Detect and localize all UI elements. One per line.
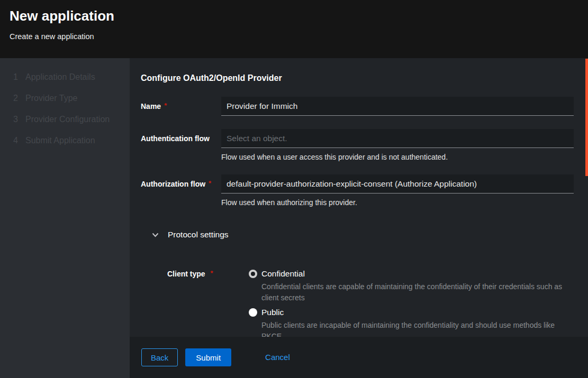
step-label: Provider Type: [25, 94, 77, 103]
authentication-flow-label: Authentication flow: [141, 129, 221, 148]
authorization-flow-label: Authorization flow *: [141, 174, 221, 193]
form-row-name: Name *: [141, 97, 574, 116]
scrollbar-thumb[interactable]: [585, 59, 588, 176]
chevron-down-icon: [152, 233, 159, 237]
radio-unchecked-icon[interactable]: [249, 308, 257, 317]
wizard-step-provider-type[interactable]: 2 Provider Type: [0, 88, 130, 109]
required-asterisk: *: [209, 179, 211, 187]
form-heading: Configure OAuth2/OpenId Provider: [141, 73, 574, 83]
step-label: Submit Application: [25, 136, 95, 145]
wizard-step-application-details[interactable]: 1 Application Details: [0, 67, 130, 88]
wizard-footer: Back Submit Cancel: [130, 337, 588, 378]
name-input[interactable]: [221, 97, 574, 116]
form-row-client-type: Client type * Confidential Confidential …: [141, 269, 574, 337]
radio-checked-icon[interactable]: [249, 270, 257, 278]
form-row-authorization-flow: Authorization flow * Flow used when auth…: [141, 174, 574, 207]
page-header: New application Create a new application: [0, 0, 588, 58]
protocol-settings-label: Protocol settings: [168, 230, 229, 239]
radio-option-public[interactable]: Public: [249, 308, 574, 317]
step-number: 1: [13, 72, 25, 82]
cancel-link[interactable]: Cancel: [265, 348, 290, 366]
client-type-label: Client type *: [167, 269, 249, 337]
public-description: Public clients are incapable of maintain…: [261, 320, 574, 337]
wizard-main: Configure OAuth2/OpenId Provider Name * …: [130, 58, 588, 378]
name-label: Name *: [141, 97, 221, 116]
required-asterisk: *: [210, 269, 213, 277]
step-number: 2: [13, 94, 25, 103]
page-subtitle: Create a new application: [10, 32, 578, 41]
back-button[interactable]: Back: [141, 348, 178, 366]
wizard-content: Configure OAuth2/OpenId Provider Name * …: [130, 58, 588, 337]
form-row-authentication-flow: Authentication flow Flow used when a use…: [141, 129, 574, 161]
confidential-description: Confidential clients are capable of main…: [261, 281, 574, 303]
authentication-flow-help: Flow used when a user access this provid…: [221, 153, 574, 161]
protocol-settings-toggle[interactable]: Protocol settings: [141, 230, 574, 239]
step-number: 4: [13, 136, 25, 145]
radio-option-confidential[interactable]: Confidential: [249, 269, 574, 279]
step-number: 3: [13, 115, 25, 124]
authorization-flow-select[interactable]: [221, 174, 574, 193]
authentication-flow-select[interactable]: [221, 129, 574, 148]
page-title: New application: [10, 8, 578, 24]
wizard-step-submit-application[interactable]: 4 Submit Application: [0, 130, 130, 151]
wizard-nav: 1 Application Details 2 Provider Type 3 …: [0, 58, 130, 378]
authorization-flow-help: Flow used when authorizing this provider…: [221, 198, 574, 207]
step-label: Provider Configuration: [25, 115, 110, 124]
required-asterisk: *: [164, 102, 167, 109]
step-label: Application Details: [25, 72, 95, 82]
submit-button[interactable]: Submit: [185, 348, 231, 366]
wizard-step-provider-configuration[interactable]: 3 Provider Configuration: [0, 109, 130, 130]
